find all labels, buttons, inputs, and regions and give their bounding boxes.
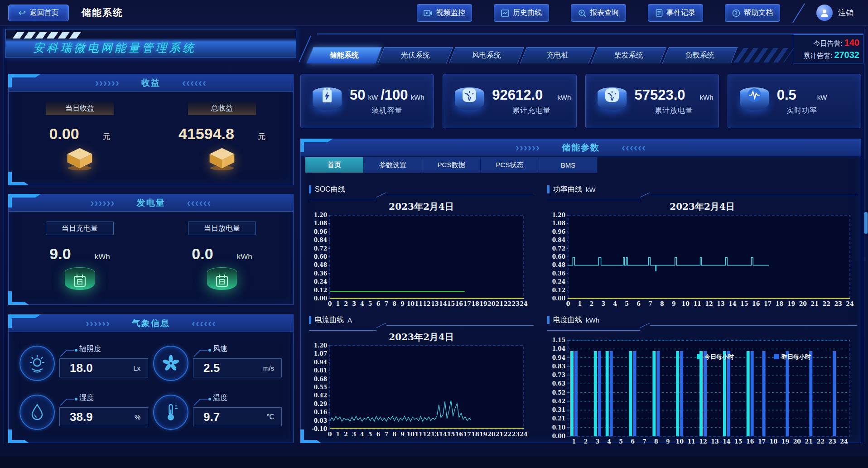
svg-text:19: 19 — [479, 300, 487, 307]
svg-text:0.94: 0.94 — [552, 355, 565, 361]
svg-text:15: 15 — [447, 300, 455, 307]
svg-text:0.84: 0.84 — [314, 237, 327, 243]
svg-text:10: 10 — [676, 438, 684, 445]
svg-text:16: 16 — [455, 431, 463, 438]
chevrons-right: ›››››› — [516, 142, 540, 153]
svg-text:9: 9 — [400, 300, 405, 307]
humidity-valuebox: 38.9 % — [59, 407, 148, 426]
generation-panel: ›››››› 发电量 ‹‹‹‹‹‹ 当日充电量 9.0kWh 当日放电量 0.0… — [8, 194, 294, 305]
report-query-button[interactable]: 报表查询 — [571, 4, 626, 22]
history-curve-button[interactable]: 历史曲线 — [494, 4, 549, 22]
chevrons-left: ‹‹‹‹‹‹ — [622, 142, 646, 153]
tab-wind-power[interactable]: 风电系统 — [449, 47, 525, 63]
total-discharge-card: V 57523.0 kWh 累计放电量 — [585, 74, 719, 128]
svg-text:6: 6 — [631, 438, 635, 445]
system-logo-title: 安科瑞微电网能量管理系统 — [33, 40, 196, 55]
video-monitor-button[interactable]: 视频监控 — [417, 4, 472, 22]
realtime-power-label: 实时功率 — [786, 106, 817, 116]
svg-text:22: 22 — [504, 300, 511, 307]
tab-charging-pile[interactable]: 充电桩 — [520, 47, 596, 63]
svg-text:7: 7 — [648, 300, 652, 307]
irradiance-label: 辐照度 — [79, 344, 101, 357]
svg-text:2: 2 — [344, 431, 348, 438]
tab-energy-storage[interactable]: 储能系统 — [307, 47, 382, 63]
chevrons-right: ›››››› — [95, 77, 120, 88]
user-icon — [820, 8, 829, 18]
humidity-label: 湿度 — [79, 393, 94, 406]
svg-text:0.10: 0.10 — [552, 425, 565, 431]
svg-text:5: 5 — [619, 438, 623, 445]
tab-home[interactable]: 首页 — [305, 157, 364, 173]
temperature-icon — [153, 395, 188, 430]
top-nav: 视频监控 历史曲线 报表查询 事件记录 ? 帮助文档 — [417, 4, 780, 22]
title-bar-icon — [547, 316, 550, 324]
svg-text:22: 22 — [504, 431, 511, 438]
svg-text:0.63: 0.63 — [552, 381, 565, 387]
user-avatar[interactable] — [816, 5, 833, 21]
svg-text:5: 5 — [368, 431, 372, 438]
svg-text:12: 12 — [705, 300, 713, 307]
humidity-value: 38.9 — [70, 410, 93, 424]
tab-pcs-status[interactable]: PCS状态 — [481, 157, 539, 173]
svg-text:0.00: 0.00 — [552, 295, 565, 302]
svg-text:10: 10 — [681, 300, 690, 307]
weather-panel: ›››››› 气象信息 ‹‹‹‹‹‹ 辐照度 18.0 Lx — [8, 314, 294, 443]
wind-speed-label: 风速 — [213, 344, 227, 357]
svg-text:23: 23 — [511, 431, 519, 438]
event-log-button[interactable]: 事件记录 — [648, 4, 703, 22]
daily-revenue-value: 0.00 — [49, 125, 79, 143]
svg-text:0.29: 0.29 — [314, 401, 327, 407]
svg-text:9: 9 — [400, 431, 405, 438]
total-revenue-label: 总收益 — [188, 101, 256, 115]
svg-text:1.04: 1.04 — [552, 346, 565, 352]
svg-text:8: 8 — [660, 300, 664, 307]
svg-text:0.24: 0.24 — [314, 279, 327, 285]
tab-diesel-gen[interactable]: 柴发系统 — [591, 47, 667, 63]
tab-bms[interactable]: BMS — [539, 157, 598, 173]
daily-revenue-unit: 元 — [103, 131, 111, 142]
svg-text:3: 3 — [595, 438, 599, 445]
svg-text:23: 23 — [511, 300, 519, 307]
tab-photovoltaic[interactable]: 光伏系统 — [378, 47, 453, 63]
back-home-button[interactable]: ↩ 返回首页 — [8, 5, 69, 21]
label-row: 辐照度 — [59, 346, 148, 357]
logo-panel: 安科瑞微电网能量管理系统 — [5, 29, 296, 58]
pulse-icon — [740, 87, 769, 115]
logout-button[interactable]: 注销 — [838, 8, 854, 18]
title-bar-icon — [309, 185, 311, 193]
svg-text:0.72: 0.72 — [314, 246, 327, 252]
back-arrow-icon: ↩ — [19, 8, 26, 17]
current-chart-unit: A — [347, 316, 352, 324]
svg-text:21: 21 — [805, 438, 813, 445]
svg-text:9: 9 — [666, 438, 670, 445]
title-bar-icon — [547, 185, 550, 193]
svg-text:4: 4 — [360, 431, 364, 438]
corner-accent — [8, 74, 41, 77]
total-charge-value-row: 92612.0 kWh — [492, 87, 571, 103]
svg-text:0.73: 0.73 — [552, 372, 565, 378]
svg-text:16: 16 — [746, 438, 754, 445]
svg-text:3: 3 — [352, 431, 356, 438]
svg-text:1: 1 — [578, 300, 582, 307]
svg-text:5: 5 — [368, 300, 372, 307]
tab-pcs-data[interactable]: PCS数据 — [422, 157, 481, 173]
svg-text:0.16: 0.16 — [314, 409, 327, 415]
svg-text:19: 19 — [787, 300, 795, 307]
svg-text:13: 13 — [717, 300, 724, 307]
capacity-value-row: 50 kW /100 kWh — [350, 87, 424, 103]
help-doc-button[interactable]: ? 帮助文档 — [725, 4, 780, 22]
tab-load-system[interactable]: 负载系统 — [662, 47, 738, 63]
svg-text:22: 22 — [822, 300, 830, 307]
scrollbar-handle[interactable] — [864, 212, 868, 234]
temperature-label: 温度 — [213, 393, 227, 406]
tab-param-settings[interactable]: 参数设置 — [364, 157, 422, 173]
power-chart: 1.201.080.960.840.720.600.480.360.240.12… — [547, 212, 855, 309]
svg-text:1.08: 1.08 — [314, 220, 327, 227]
wind-speed-unit: m/s — [263, 364, 274, 372]
report-query-label: 报表查询 — [590, 8, 619, 18]
storage-params-panel: ›››››› 储能参数 ‹‹‹‹‹‹ 首页 参数设置 PCS数据 PCS状态 B… — [300, 139, 861, 443]
svg-text:0.55: 0.55 — [314, 384, 327, 391]
alarm-total-value: 27032 — [834, 50, 859, 60]
bottom-bar — [0, 456, 868, 468]
total-revenue-unit: 元 — [258, 131, 265, 142]
